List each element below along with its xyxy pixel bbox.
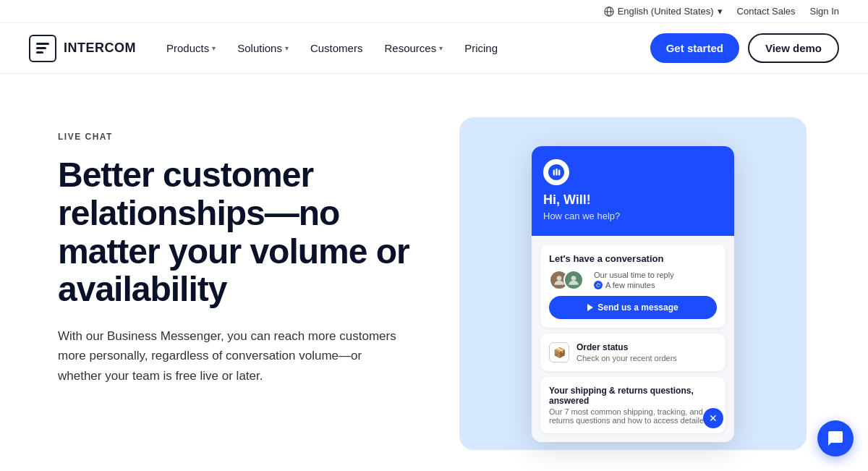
shipping-desc: Our 7 most common shipping, tracking, an… (549, 407, 717, 425)
order-status-card[interactable]: 📦 Order status Check on your recent orde… (540, 334, 726, 371)
svg-rect-5 (558, 169, 559, 175)
svg-point-6 (557, 276, 562, 281)
get-started-button[interactable]: Get started (650, 33, 739, 63)
close-icon: ✕ (709, 413, 718, 423)
chat-bubble-icon (827, 430, 844, 447)
order-icon: 📦 (549, 342, 569, 362)
shipping-title: Your shipping & returns questions, answe… (549, 386, 717, 406)
logo-bars (36, 43, 49, 54)
agent-face-2 (566, 273, 581, 287)
logo[interactable]: INTERCOM (29, 35, 136, 62)
solutions-chevron: ▾ (285, 44, 289, 52)
agent-avatars (549, 270, 578, 290)
shipping-card[interactable]: Your shipping & returns questions, answe… (540, 377, 726, 433)
sign-in-link[interactable]: Sign In (810, 6, 839, 17)
conversation-card[interactable]: Let's have a conversation (540, 245, 726, 328)
hero-content: LIVE CHAT Better customer relationships—… (58, 117, 412, 386)
svg-point-7 (571, 276, 576, 281)
nav-item-solutions[interactable]: Solutions ▾ (229, 36, 297, 60)
order-row: 📦 Order status Check on your recent orde… (549, 342, 717, 362)
lang-chevron: ▾ (718, 6, 723, 17)
agent-info: Our usual time to reply ⏱ A few minutes (594, 271, 674, 289)
order-desc: Check on your recent orders (576, 354, 677, 362)
nav-links: Products ▾ Solutions ▾ Customers Resourc… (158, 36, 650, 60)
logo-bar-3 (36, 51, 43, 54)
hero-section: LIVE CHAT Better customer relationships—… (0, 74, 868, 471)
hero-title: Better customer relationships—no matter … (58, 156, 412, 309)
language-label: English (United States) (618, 6, 714, 17)
chat-header: Hi, Will! How can we help? (532, 146, 734, 236)
svg-rect-3 (553, 169, 554, 175)
reply-time-label: Our usual time to reply (594, 271, 674, 279)
intercom-logo-small (552, 168, 561, 177)
send-message-button[interactable]: Send us a message (549, 296, 717, 319)
language-selector[interactable]: English (United States) ▾ (604, 6, 723, 17)
nav-item-resources[interactable]: Resources ▾ (375, 36, 451, 60)
chat-greeting: Hi, Will! (543, 192, 723, 208)
chat-brand-avatar (543, 159, 569, 185)
nav-item-pricing[interactable]: Pricing (456, 36, 506, 60)
hero-visual: Hi, Will! How can we help? Let's have a … (456, 117, 810, 450)
logo-bar-1 (36, 43, 49, 45)
products-chevron: ▾ (212, 44, 216, 52)
logo-text: INTERCOM (64, 41, 136, 56)
conversation-card-title: Let's have a conversation (549, 253, 717, 264)
nav-item-customers[interactable]: Customers (302, 36, 372, 60)
nav-actions: Get started View demo (650, 33, 839, 63)
hero-badge: LIVE CHAT (58, 132, 412, 142)
floating-chat-button[interactable] (817, 420, 854, 457)
nav-item-products[interactable]: Products ▾ (158, 36, 224, 60)
agent-avatar-2 (563, 270, 584, 290)
chat-close-button[interactable]: ✕ (703, 408, 723, 428)
chat-sub: How can we help? (543, 211, 723, 221)
chat-background: Hi, Will! How can we help? Let's have a … (459, 117, 807, 450)
main-nav: INTERCOM Products ▾ Solutions ▾ Customer… (0, 23, 868, 74)
hero-description: With our Business Messenger, you can rea… (58, 326, 405, 386)
chat-body: Let's have a conversation (532, 236, 734, 442)
logo-icon (29, 35, 56, 62)
clock-icon: ⏱ (594, 281, 603, 289)
logo-bar-2 (36, 47, 46, 49)
order-title: Order status (576, 342, 677, 352)
svg-rect-4 (556, 168, 557, 175)
chat-brand-icon (548, 164, 564, 180)
order-info: Order status Check on your recent orders (576, 342, 677, 362)
send-icon (587, 304, 593, 311)
view-demo-button[interactable]: View demo (748, 33, 839, 63)
top-bar: English (United States) ▾ Contact Sales … (0, 0, 868, 23)
reply-time-value: ⏱ A few minutes (594, 281, 674, 289)
agents-row: Our usual time to reply ⏱ A few minutes (549, 270, 717, 290)
globe-icon (604, 7, 614, 17)
chat-window: Hi, Will! How can we help? Let's have a … (532, 146, 734, 442)
contact-sales-link[interactable]: Contact Sales (737, 6, 796, 17)
resources-chevron: ▾ (439, 44, 443, 52)
